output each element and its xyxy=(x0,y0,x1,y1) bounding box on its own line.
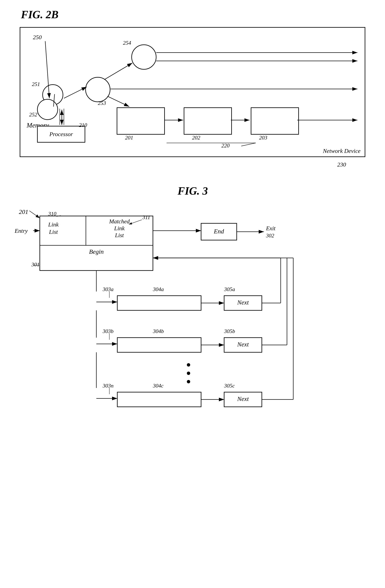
ref-252: 252 xyxy=(29,112,37,118)
box-201 xyxy=(117,107,165,135)
svg-line-3 xyxy=(64,87,87,98)
svg-text:310: 310 xyxy=(48,211,56,217)
svg-text:Link: Link xyxy=(48,221,59,228)
svg-text:305b: 305b xyxy=(224,328,235,334)
ref-253: 253 xyxy=(98,100,106,106)
svg-rect-61 xyxy=(117,338,201,352)
svg-text:Next: Next xyxy=(237,341,249,348)
ref-201-2b: 201 xyxy=(125,135,133,141)
svg-text:Next: Next xyxy=(237,299,249,306)
ref-250: 250 xyxy=(33,34,42,41)
svg-text:303b: 303b xyxy=(102,328,114,334)
box-203 xyxy=(251,107,299,135)
svg-text:303n: 303n xyxy=(102,383,114,389)
ref-220: 220 xyxy=(221,143,230,149)
svg-text:304a: 304a xyxy=(153,286,164,292)
svg-text:201: 201 xyxy=(19,208,28,215)
ref-210: 210 xyxy=(79,122,87,128)
fig2b-diagram: 250 251 252 253 254 201 202 203 220 Memo… xyxy=(20,27,365,157)
svg-text:End: End xyxy=(214,228,224,235)
svg-text:305c: 305c xyxy=(224,383,235,389)
svg-text:List: List xyxy=(49,229,58,235)
svg-text:List: List xyxy=(115,232,124,238)
svg-text:301: 301 xyxy=(31,261,39,268)
ref-251: 251 xyxy=(32,81,40,87)
svg-text:Exit: Exit xyxy=(266,225,276,231)
svg-rect-49 xyxy=(117,296,201,310)
svg-text:302: 302 xyxy=(266,232,274,239)
svg-text:Matched: Matched xyxy=(109,218,130,225)
svg-point-68 xyxy=(187,363,190,367)
svg-text:Begin: Begin xyxy=(89,248,104,255)
fig3-diagram: 201 Link List 310 Matched Link List 311 … xyxy=(13,203,373,476)
ref-203-2b: 203 xyxy=(259,135,267,141)
svg-text:303a: 303a xyxy=(102,286,114,292)
circle-252 xyxy=(37,99,58,120)
svg-text:Next: Next xyxy=(237,395,249,402)
svg-line-17 xyxy=(241,143,256,146)
svg-text:Link: Link xyxy=(114,225,125,231)
fig3-title: FIG. 3 xyxy=(13,185,373,197)
svg-rect-77 xyxy=(117,392,201,407)
svg-point-70 xyxy=(187,380,190,383)
svg-text:305a: 305a xyxy=(224,286,235,292)
svg-line-4 xyxy=(104,63,132,80)
svg-text:304b: 304b xyxy=(153,328,164,334)
svg-point-69 xyxy=(187,372,190,375)
circle-254 xyxy=(131,44,156,70)
ref-254: 254 xyxy=(123,40,131,46)
ref-202-2b: 202 xyxy=(192,135,200,141)
fig3-section: FIG. 3 201 Link List 310 Matched Link Li… xyxy=(13,185,373,476)
svg-line-21 xyxy=(29,211,40,218)
ref-230: 230 xyxy=(337,161,372,168)
processor-box: Processor xyxy=(37,126,85,143)
svg-text:311: 311 xyxy=(142,214,150,220)
svg-line-6 xyxy=(107,96,129,107)
svg-text:Entry: Entry xyxy=(15,228,28,234)
circle-253 xyxy=(85,77,110,102)
fig2b-title: FIG. 2B xyxy=(21,8,372,21)
network-device-label: Network Device xyxy=(323,148,361,154)
box-202 xyxy=(184,107,232,135)
svg-text:304c: 304c xyxy=(153,383,164,389)
